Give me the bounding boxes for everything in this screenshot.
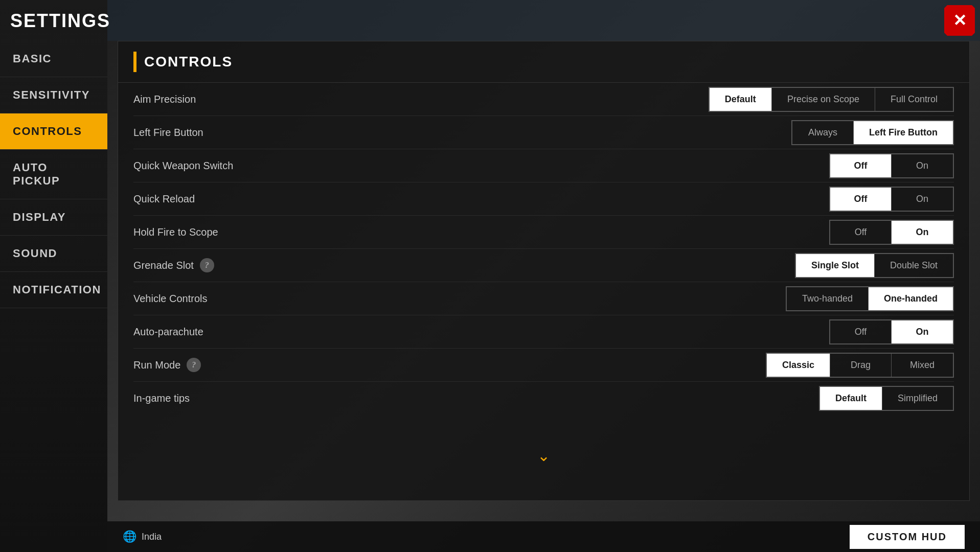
help-icon-run_mode[interactable]: ? xyxy=(187,358,201,372)
setting-text-ingame_tips: In-game tips xyxy=(133,393,190,404)
setting-label-ingame_tips: In-game tips xyxy=(133,393,190,404)
setting-label-quick_weapon_switch: Quick Weapon Switch xyxy=(133,160,233,172)
option-quick_reload-1[interactable]: On xyxy=(892,188,953,211)
controls-header: CONTROLS xyxy=(118,41,969,83)
setting-text-vehicle_controls: Vehicle Controls xyxy=(133,293,208,305)
option-quick_reload-0[interactable]: Off xyxy=(830,188,892,211)
btn-group-quick_reload: OffOn xyxy=(829,187,954,212)
option-quick_weapon_switch-1[interactable]: On xyxy=(892,154,953,177)
option-aim_precision-2[interactable]: Full Control xyxy=(875,88,953,111)
setting-label-aim_precision: Aim Precision xyxy=(133,94,196,105)
option-run_mode-0[interactable]: Classic xyxy=(767,354,830,377)
option-left_fire_button-1[interactable]: Left Fire Button xyxy=(854,121,953,144)
setting-text-quick_weapon_switch: Quick Weapon Switch xyxy=(133,160,233,172)
setting-label-hold_fire_to_scope: Hold Fire to Scope xyxy=(133,226,218,238)
sidebar: SETTINGS BASICSENSITIVITYCONTROLSAUTO PI… xyxy=(0,0,107,552)
custom-hud-button[interactable]: CUSTOM HUD xyxy=(850,525,965,549)
close-button[interactable]: ✕ xyxy=(944,5,975,36)
setting-row-quick_weapon_switch: Quick Weapon SwitchOffOn xyxy=(133,149,954,182)
close-icon: ✕ xyxy=(953,11,967,30)
setting-row-aim_precision: Aim PrecisionDefaultPrecise on ScopeFull… xyxy=(133,83,954,116)
sidebar-item-sound[interactable]: SOUND xyxy=(0,236,107,272)
btn-group-aim_precision: DefaultPrecise on ScopeFull Control xyxy=(709,87,954,112)
scroll-down-arrow[interactable]: ⌄ xyxy=(537,447,550,465)
setting-row-left_fire_button: Left Fire ButtonAlwaysLeft Fire Button xyxy=(133,116,954,149)
btn-group-left_fire_button: AlwaysLeft Fire Button xyxy=(791,120,954,145)
main-content: CONTROLS Aim PrecisionDefaultPrecise on … xyxy=(107,0,980,552)
option-aim_precision-1[interactable]: Precise on Scope xyxy=(772,88,875,111)
setting-text-quick_reload: Quick Reload xyxy=(133,193,195,205)
btn-group-run_mode: ClassicDragMixed xyxy=(766,353,954,378)
settings-list: Aim PrecisionDefaultPrecise on ScopeFull… xyxy=(118,83,969,415)
sidebar-item-basic[interactable]: BASIC xyxy=(0,41,107,77)
setting-text-run_mode: Run Mode xyxy=(133,359,180,371)
option-auto_parachute-1[interactable]: On xyxy=(892,320,953,343)
setting-label-vehicle_controls: Vehicle Controls xyxy=(133,293,208,305)
setting-row-quick_reload: Quick ReloadOffOn xyxy=(133,182,954,216)
option-quick_weapon_switch-0[interactable]: Off xyxy=(830,154,892,177)
sidebar-item-display[interactable]: DISPLAY xyxy=(0,199,107,236)
btn-group-hold_fire_to_scope: OffOn xyxy=(829,220,954,245)
setting-text-aim_precision: Aim Precision xyxy=(133,94,196,105)
option-grenade_slot-1[interactable]: Double Slot xyxy=(875,254,953,277)
setting-row-auto_parachute: Auto-parachuteOffOn xyxy=(133,315,954,349)
setting-text-auto_parachute: Auto-parachute xyxy=(133,326,203,338)
sidebar-item-auto_pickup[interactable]: AUTO PICKUP xyxy=(0,150,107,199)
setting-row-run_mode: Run Mode?ClassicDragMixed xyxy=(133,349,954,382)
option-aim_precision-0[interactable]: Default xyxy=(710,88,772,111)
btn-group-grenade_slot: Single SlotDouble Slot xyxy=(795,253,954,278)
option-grenade_slot-0[interactable]: Single Slot xyxy=(796,254,875,277)
btn-group-quick_weapon_switch: OffOn xyxy=(829,153,954,178)
sidebar-item-sensitivity[interactable]: SENSITIVITY xyxy=(0,77,107,113)
setting-text-hold_fire_to_scope: Hold Fire to Scope xyxy=(133,226,218,238)
btn-group-auto_parachute: OffOn xyxy=(829,319,954,344)
section-accent xyxy=(133,52,136,72)
setting-row-hold_fire_to_scope: Hold Fire to ScopeOffOn xyxy=(133,216,954,249)
option-vehicle_controls-0[interactable]: Two-handed xyxy=(787,287,869,310)
sidebar-item-notification[interactable]: NOTIFICATION xyxy=(0,272,107,308)
setting-row-vehicle_controls: Vehicle ControlsTwo-handedOne-handed xyxy=(133,282,954,315)
option-run_mode-1[interactable]: Drag xyxy=(830,354,892,377)
setting-text-grenade_slot: Grenade Slot xyxy=(133,260,194,271)
option-auto_parachute-0[interactable]: Off xyxy=(830,320,892,343)
option-ingame_tips-1[interactable]: Simplified xyxy=(882,387,953,410)
app-title: SETTINGS xyxy=(10,10,110,32)
btn-group-ingame_tips: DefaultSimplified xyxy=(819,386,954,411)
option-ingame_tips-0[interactable]: Default xyxy=(820,387,882,410)
setting-label-left_fire_button: Left Fire Button xyxy=(133,127,203,139)
controls-title: CONTROLS xyxy=(144,54,233,70)
btn-group-vehicle_controls: Two-handedOne-handed xyxy=(786,286,954,311)
globe-icon: 🌐 xyxy=(123,530,136,543)
help-icon-grenade_slot[interactable]: ? xyxy=(200,258,214,272)
controls-panel: CONTROLS Aim PrecisionDefaultPrecise on … xyxy=(118,41,970,501)
setting-label-auto_parachute: Auto-parachute xyxy=(133,326,203,338)
option-run_mode-2[interactable]: Mixed xyxy=(892,354,953,377)
setting-label-run_mode: Run Mode? xyxy=(133,358,201,372)
region-info: 🌐 India xyxy=(123,530,162,543)
setting-label-grenade_slot: Grenade Slot? xyxy=(133,258,214,272)
footer: 🌐 India CUSTOM HUD xyxy=(107,521,980,552)
region-label: India xyxy=(142,532,162,542)
sidebar-item-controls[interactable]: CONTROLS xyxy=(0,113,107,150)
setting-label-quick_reload: Quick Reload xyxy=(133,193,195,205)
option-hold_fire_to_scope-1[interactable]: On xyxy=(892,221,953,244)
setting-row-ingame_tips: In-game tipsDefaultSimplified xyxy=(133,382,954,415)
setting-row-grenade_slot: Grenade Slot?Single SlotDouble Slot xyxy=(133,249,954,282)
option-vehicle_controls-1[interactable]: One-handed xyxy=(869,287,953,310)
option-left_fire_button-0[interactable]: Always xyxy=(792,121,854,144)
setting-text-left_fire_button: Left Fire Button xyxy=(133,127,203,139)
option-hold_fire_to_scope-0[interactable]: Off xyxy=(830,221,892,244)
